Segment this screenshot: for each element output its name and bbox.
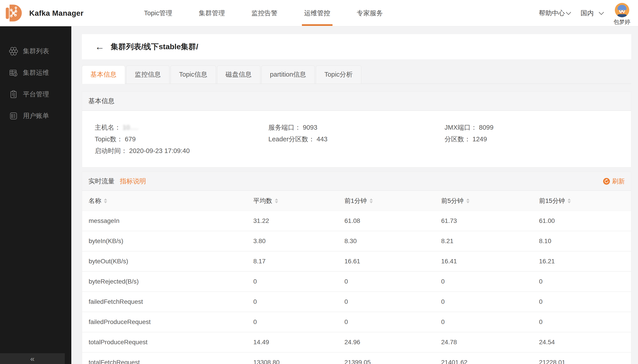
basic-info-card-title: 基本信息 bbox=[82, 92, 631, 111]
chevron-down-icon bbox=[566, 10, 571, 15]
user-menu[interactable]: 包梦婷 bbox=[613, 3, 630, 26]
refresh-label: 刷新 bbox=[612, 177, 625, 186]
user-name: 包梦婷 bbox=[613, 18, 630, 26]
basic-info-card: 基本信息 主机名： 10…. Topic数： 679 启动时间： 2020-09… bbox=[82, 92, 631, 168]
sidebar-item-platform-management[interactable]: 平台管理 bbox=[0, 84, 71, 105]
avatar bbox=[615, 3, 629, 17]
chevron-down-icon bbox=[599, 10, 604, 15]
sort-icon bbox=[104, 198, 107, 203]
field-service-port: 服务端口： 9093 bbox=[268, 123, 445, 132]
table-row: byteOut(KB/s) 8.17 16.61 16.41 16.21 bbox=[82, 252, 631, 272]
clipboard-icon bbox=[9, 90, 18, 99]
realtime-traffic-title: 实时流量 bbox=[88, 177, 114, 186]
metrics-explain-link[interactable]: 指标说明 bbox=[120, 177, 146, 186]
honeycomb-icon bbox=[9, 47, 18, 56]
field-partitions: 分区数： 1249 bbox=[445, 135, 631, 143]
sort-icon bbox=[466, 198, 470, 203]
field-start-time: 启动时间： 2020-09-23 17:09:40 bbox=[95, 147, 268, 155]
sidebar-item-label: 平台管理 bbox=[23, 90, 49, 99]
help-center-menu[interactable]: 帮助中心 bbox=[539, 9, 570, 18]
nav-topic-management[interactable]: Topic管理 bbox=[144, 0, 172, 26]
cluster-tabs: 基本信息 监控信息 Topic信息 磁盘信息 partition信息 Topic… bbox=[82, 66, 631, 84]
table-row: messageIn 31.22 61.08 61.73 61.00 bbox=[82, 211, 631, 231]
sidebar-item-label: 集群列表 bbox=[23, 47, 49, 56]
nav-expert-service[interactable]: 专家服务 bbox=[357, 0, 383, 26]
sort-icon bbox=[370, 198, 373, 203]
hostname-value-redacted: 10…. bbox=[123, 123, 138, 132]
tab-partition-info[interactable]: partition信息 bbox=[261, 66, 315, 84]
field-leader-partitions: Leader分区数： 443 bbox=[268, 135, 445, 143]
billing-list-icon bbox=[9, 112, 18, 120]
column-header-last-5min[interactable]: 前5分钟 bbox=[441, 196, 539, 205]
tab-basic-info[interactable]: 基本信息 bbox=[82, 66, 125, 84]
table-row: byteRejected(B/s) 0 0 0 0 bbox=[82, 272, 631, 292]
help-center-label: 帮助中心 bbox=[539, 9, 565, 18]
region-selector[interactable]: 国内 bbox=[581, 9, 603, 18]
realtime-traffic-card: 实时流量 指标说明 刷新 名称 平均数 bbox=[82, 172, 631, 364]
region-label: 国内 bbox=[581, 9, 594, 18]
app-header: Kafka Manager Topic管理 集群管理 监控告警 运维管控 专家服… bbox=[0, 0, 638, 26]
breadcrumb: 集群列表/线下stable集群/ bbox=[111, 42, 198, 52]
field-jmx-port: JMX端口： 8099 bbox=[445, 123, 631, 132]
nav-monitor-alert[interactable]: 监控告警 bbox=[252, 0, 278, 26]
column-header-last-15min[interactable]: 前15分钟 bbox=[539, 196, 631, 205]
table-row: byteIn(KB/s) 3.80 8.30 8.21 8.10 bbox=[82, 231, 631, 252]
svg-text:$: $ bbox=[15, 73, 16, 76]
table-row: totalFetchRequest 13308.80 21399.05 2140… bbox=[82, 352, 631, 364]
page-title-card: ← 集群列表/线下stable集群/ bbox=[82, 34, 631, 59]
sidebar-collapse-button[interactable]: « bbox=[0, 353, 65, 364]
tab-topic-analysis[interactable]: Topic分析 bbox=[316, 66, 361, 84]
table-row: failedProduceRequest 0 0 0 0 bbox=[82, 312, 631, 332]
back-arrow-icon[interactable]: ← bbox=[95, 42, 104, 52]
nav-ops-control[interactable]: 运维管控 bbox=[304, 0, 330, 26]
tab-topic-info[interactable]: Topic信息 bbox=[170, 66, 216, 84]
screen: Kafka Manager Topic管理 集群管理 监控告警 运维管控 专家服… bbox=[0, 0, 638, 364]
app-title: Kafka Manager bbox=[29, 0, 83, 26]
metrics-table-body: messageIn 31.22 61.08 61.73 61.00 byteIn… bbox=[82, 211, 631, 364]
header-right: 帮助中心 国内 包梦婷 bbox=[539, 0, 630, 26]
column-header-average[interactable]: 平均数 bbox=[253, 196, 344, 205]
metrics-table-header: 名称 平均数 前1分钟 前5分钟 前15分钟 bbox=[82, 191, 631, 211]
column-header-last-1min[interactable]: 前1分钟 bbox=[344, 196, 441, 205]
tab-monitor-info[interactable]: 监控信息 bbox=[126, 66, 169, 84]
collapse-icon: « bbox=[30, 354, 35, 363]
app-logo-icon[interactable] bbox=[5, 3, 25, 23]
sidebar-item-user-billing[interactable]: 用户账单 bbox=[0, 105, 71, 127]
sidebar-item-label: 用户账单 bbox=[23, 112, 49, 120]
sidebar-item-label: 集群运维 bbox=[23, 68, 49, 77]
field-hostname: 主机名： 10…. bbox=[95, 123, 268, 132]
column-header-name[interactable]: 名称 bbox=[89, 196, 253, 205]
basic-info-fields: 主机名： 10…. Topic数： 679 启动时间： 2020-09-23 1… bbox=[82, 111, 631, 158]
sidebar: 集群列表 $ 集群运维 bbox=[0, 26, 71, 364]
field-topic-count: Topic数： 679 bbox=[95, 135, 268, 143]
table-row: failedFetchRequest 0 0 0 0 bbox=[82, 292, 631, 312]
refresh-button[interactable]: 刷新 bbox=[603, 177, 625, 186]
nav-cluster-management[interactable]: 集群管理 bbox=[199, 0, 225, 26]
table-row: totalProduceRequest 14.49 24.96 24.78 24… bbox=[82, 332, 631, 352]
main-content: ← 集群列表/线下stable集群/ 基本信息 监控信息 Topic信息 磁盘信… bbox=[71, 26, 638, 364]
ops-table-icon: $ bbox=[9, 68, 18, 77]
main-nav: Topic管理 集群管理 监控告警 运维管控 专家服务 bbox=[144, 0, 383, 26]
realtime-traffic-header: 实时流量 指标说明 刷新 bbox=[82, 172, 631, 191]
sort-icon bbox=[568, 198, 571, 203]
sidebar-item-cluster-ops[interactable]: $ 集群运维 bbox=[0, 62, 71, 84]
refresh-icon bbox=[603, 178, 610, 185]
sort-icon bbox=[275, 198, 278, 203]
sidebar-item-cluster-list[interactable]: 集群列表 bbox=[0, 40, 71, 62]
tab-disk-info[interactable]: 磁盘信息 bbox=[217, 66, 260, 84]
